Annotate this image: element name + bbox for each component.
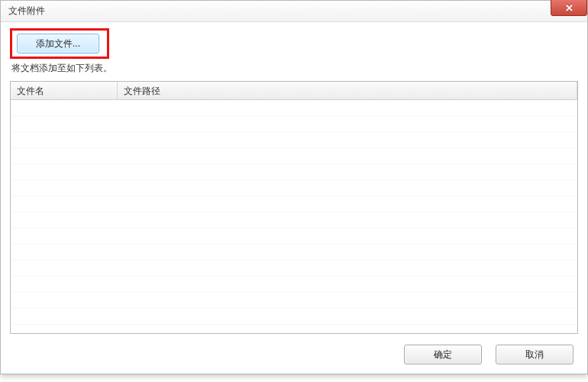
file-grid: 文件名 文件路径 bbox=[10, 81, 578, 334]
table-row bbox=[11, 244, 577, 261]
table-row bbox=[11, 100, 577, 116]
table-row bbox=[11, 116, 577, 132]
dialog-footer: 确定 取消 bbox=[10, 334, 578, 364]
table-row bbox=[11, 164, 577, 180]
dialog-content: 添加文件... 将文档添加至如下列表。 文件名 文件路径 bbox=[1, 22, 587, 374]
column-header-filepath[interactable]: 文件路径 bbox=[118, 82, 577, 99]
add-file-button[interactable]: 添加文件... bbox=[17, 34, 99, 53]
table-row bbox=[11, 277, 577, 293]
ok-button[interactable]: 确定 bbox=[404, 345, 482, 364]
table-row bbox=[11, 293, 577, 309]
dialog-title: 文件附件 bbox=[8, 5, 45, 18]
table-row bbox=[11, 212, 577, 228]
highlight-annotation: 添加文件... bbox=[10, 28, 109, 59]
grid-header: 文件名 文件路径 bbox=[11, 82, 577, 100]
title-bar: 文件附件 bbox=[1, 1, 587, 22]
grid-body[interactable] bbox=[11, 100, 577, 333]
table-row bbox=[11, 132, 577, 148]
table-row bbox=[11, 196, 577, 212]
column-header-filename[interactable]: 文件名 bbox=[11, 82, 118, 99]
table-row bbox=[11, 180, 577, 196]
table-row bbox=[11, 309, 577, 325]
close-icon[interactable] bbox=[551, 0, 587, 16]
hint-text: 将文档添加至如下列表。 bbox=[11, 62, 578, 75]
table-row bbox=[11, 261, 577, 277]
cancel-button[interactable]: 取消 bbox=[496, 345, 573, 364]
dialog-file-attachment: 文件附件 添加文件... 将文档添加至如下列表。 文件名 文件路径 bbox=[0, 0, 588, 374]
table-row bbox=[11, 228, 577, 244]
table-row bbox=[11, 148, 577, 164]
